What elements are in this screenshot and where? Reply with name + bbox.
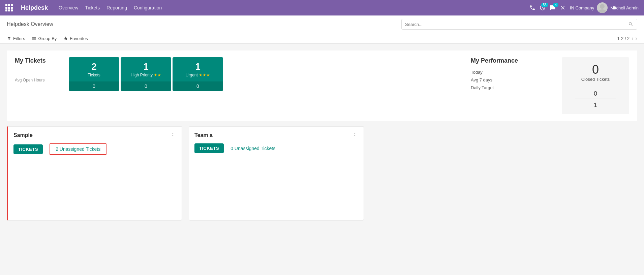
search-bar[interactable] (401, 19, 637, 30)
search-input[interactable] (405, 22, 628, 27)
svg-rect-6 (5, 9, 7, 11)
next-page-button[interactable]: › (636, 35, 637, 41)
perf-daily-target-label: Daily Target (471, 85, 494, 90)
team-a-name: Team a (194, 132, 213, 138)
high-priority-bottom: 0 (121, 81, 171, 91)
svg-rect-7 (8, 9, 10, 11)
team-card-sample: Sample ⋮ TICKETS 2 Unassigned Tickets (7, 126, 182, 220)
groupby-label: Group By (38, 36, 57, 41)
perf-avg7: Avg 7 days (471, 76, 552, 84)
svg-point-9 (600, 4, 605, 9)
nav-overview[interactable]: Overview (59, 5, 78, 10)
search-icon (628, 22, 634, 27)
svg-rect-4 (8, 7, 10, 9)
pagination-text: 1-2 / 2 (617, 36, 630, 41)
closed-tickets-block: 0 Closed Tickets 0 1 (562, 57, 629, 114)
svg-point-10 (598, 9, 606, 13)
user-info[interactable]: IN Company Mitchell Admin (570, 2, 639, 13)
ticket-card-all[interactable]: 2 Tickets 0 (69, 57, 119, 91)
brand-name: Helpdesk (21, 4, 48, 11)
groupby-button[interactable]: Group By (32, 36, 57, 41)
pagination: 1-2 / 2 ‹ › (617, 35, 637, 41)
page-title: Helpdesk Overview (7, 21, 204, 27)
urgent-count: 1 (178, 61, 218, 72)
groupby-icon (32, 36, 36, 41)
teams-section: Sample ⋮ TICKETS 2 Unassigned Tickets Te… (7, 126, 637, 220)
team-sample-name: Sample (13, 132, 33, 138)
timer-icon[interactable]: 56 (540, 5, 546, 11)
perf-today-label: Today (471, 70, 483, 75)
tickets-count: 2 (74, 61, 114, 72)
prev-page-button[interactable]: ‹ (632, 35, 633, 41)
favorites-label: Favorites (70, 36, 88, 41)
main-content: My Tickets Avg Open Hours 2 Tickets 0 1 … (0, 44, 644, 275)
team-sample-menu[interactable]: ⋮ (170, 132, 176, 139)
star-icon (63, 36, 68, 41)
avg-open-hours-label: Avg Open Hours (15, 78, 59, 82)
perf-today: Today (471, 68, 552, 76)
daily-target-value: 1 (575, 102, 616, 109)
closed-tickets-number: 0 (575, 63, 616, 77)
top-navigation: Helpdesk Overview Tickets Reporting Conf… (0, 0, 644, 15)
nav-links: Overview Tickets Reporting Configuration (59, 5, 162, 10)
ticket-card-high-priority[interactable]: 1 High Priority ★★ 0 (121, 57, 171, 91)
high-priority-label: High Priority ★★ (126, 73, 166, 77)
ticket-card-urgent[interactable]: 1 Urgent ★★★ 0 (173, 57, 223, 91)
nav-configuration[interactable]: Configuration (134, 5, 162, 10)
nav-icons: 56 4 IN Company Mitchell Admin (529, 2, 639, 13)
perf-avg7-label: Avg 7 days (471, 77, 492, 82)
my-tickets-label: My Tickets (15, 57, 59, 64)
phone-icon[interactable] (529, 5, 535, 11)
filters-label: Filters (13, 36, 25, 41)
ticket-cards: 2 Tickets 0 1 High Priority ★★ 0 1 Urgen… (69, 57, 223, 91)
company-label: IN Company (570, 5, 594, 10)
user-avatar (597, 2, 608, 13)
svg-rect-3 (5, 7, 7, 9)
team-a-unassigned[interactable]: 0 Unassigned Tickets (231, 146, 275, 151)
svg-rect-1 (8, 4, 10, 6)
svg-rect-0 (5, 4, 7, 6)
filter-bar: Filters Group By Favorites 1-2 / 2 ‹ › (0, 33, 644, 44)
filters-button[interactable]: Filters (7, 36, 25, 41)
team-card-team-a: Team a ⋮ TICKETS 0 Unassigned Tickets (189, 126, 364, 220)
filter-icon (7, 36, 11, 41)
tickets-bottom: 0 (69, 81, 119, 91)
team-sample-unassigned[interactable]: 2 Unassigned Tickets (50, 143, 106, 155)
team-a-tickets-btn[interactable]: TICKETS (194, 143, 224, 153)
nav-tickets[interactable]: Tickets (85, 5, 100, 10)
svg-rect-2 (11, 4, 13, 6)
apps-icon[interactable] (5, 4, 13, 11)
svg-rect-5 (11, 7, 13, 9)
perf-title: My Performance (471, 57, 552, 64)
team-sample-actions: TICKETS 2 Unassigned Tickets (13, 143, 176, 155)
urgent-bottom: 0 (173, 81, 223, 91)
avg7-value: 0 (575, 90, 616, 97)
urgent-label: Urgent ★★★ (178, 73, 218, 77)
team-sample-tickets-btn[interactable]: TICKETS (13, 144, 43, 154)
closed-tickets-label: Closed Tickets (575, 77, 616, 82)
svg-rect-8 (11, 9, 13, 11)
favorites-button[interactable]: Favorites (63, 36, 88, 41)
my-performance-section: My Performance Today Avg 7 days Daily Ta… (471, 57, 629, 114)
nav-reporting[interactable]: Reporting (106, 5, 127, 10)
perf-daily-target: Daily Target (471, 84, 552, 92)
team-a-menu[interactable]: ⋮ (351, 132, 358, 139)
team-a-actions: TICKETS 0 Unassigned Tickets (194, 143, 358, 153)
chat-icon[interactable]: 4 (550, 5, 556, 11)
chat-badge: 4 (553, 3, 558, 7)
user-name: Mitchell Admin (610, 5, 639, 10)
close-icon[interactable] (560, 5, 566, 11)
my-tickets-section: My Tickets Avg Open Hours (15, 57, 59, 82)
timer-badge: 56 (541, 3, 548, 7)
tickets-label: Tickets (74, 73, 114, 77)
high-priority-count: 1 (126, 61, 166, 72)
